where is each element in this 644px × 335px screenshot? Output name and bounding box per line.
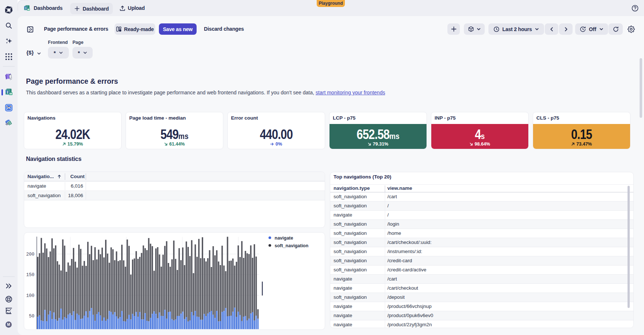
svg-text:50: 50: [29, 314, 34, 319]
svg-text:150: 150: [26, 272, 34, 278]
svg-text:100: 100: [26, 293, 34, 298]
svg-text:200: 200: [26, 252, 34, 257]
svg-text:navigate: navigate: [275, 236, 293, 241]
svg-text:soft_navigation: soft_navigation: [275, 243, 308, 248]
